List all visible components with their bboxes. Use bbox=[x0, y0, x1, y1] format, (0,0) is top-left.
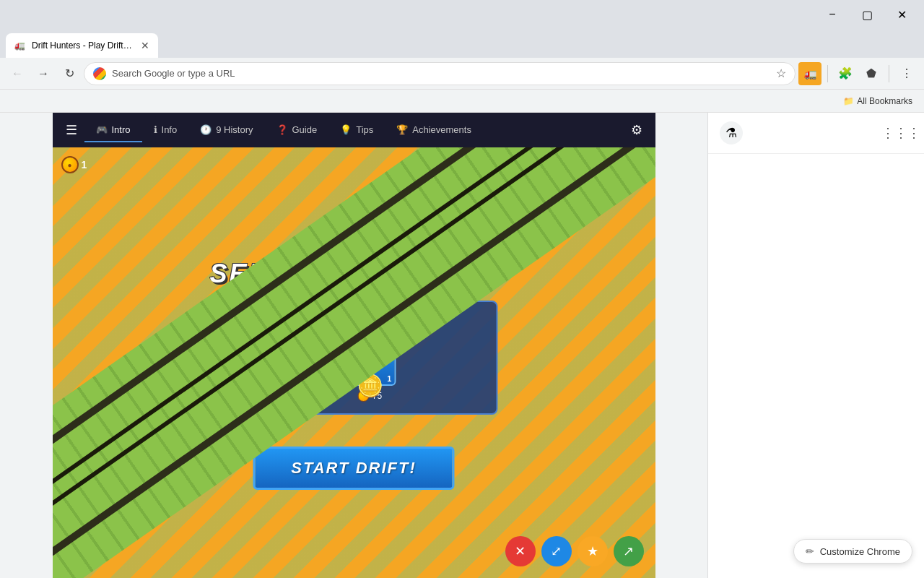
toolbar-divider bbox=[827, 65, 828, 82]
right-panel-header: ⚗ ⋮⋮⋮ bbox=[708, 113, 924, 154]
start-drift-button[interactable]: START DRIFT! bbox=[253, 447, 455, 490]
guide-icon: ❓ bbox=[276, 124, 288, 135]
tab-favicon: 🚛 bbox=[14, 40, 26, 51]
tab-bar: 🚛 Drift Hunters - Play Drift… ✕ bbox=[0, 29, 924, 58]
bookmark-icon[interactable]: ☆ bbox=[776, 66, 786, 80]
game-viewport: ● 1 SELECT BOOSTERS DOUBLE SCORE ⭐ 1 bbox=[53, 147, 655, 578]
info-label: Info bbox=[162, 124, 178, 135]
bookmarks-label: All Bookmarks bbox=[857, 96, 912, 106]
customize-chrome-label: Customize Chrome bbox=[820, 546, 900, 557]
tab-title: Drift Hunters - Play Drift… bbox=[32, 40, 132, 51]
achievements-icon: 🏆 bbox=[396, 124, 408, 135]
all-bookmarks[interactable]: 📁 All Bookmarks bbox=[837, 95, 918, 108]
tab-guide[interactable]: ❓ Guide bbox=[265, 118, 329, 142]
history-label: 9 History bbox=[216, 124, 253, 135]
main-content: ☰ 🎮 Intro ℹ Info 🕐 9 History ❓ Guide 💡 T… bbox=[0, 113, 924, 578]
game-container: ☰ 🎮 Intro ℹ Info 🕐 9 History ❓ Guide 💡 T… bbox=[53, 113, 655, 578]
tab-info[interactable]: ℹ Info bbox=[142, 118, 189, 142]
apps-grid-icon[interactable]: ⋮⋮⋮ bbox=[889, 121, 912, 144]
active-tab[interactable]: 🚛 Drift Hunters - Play Drift… ✕ bbox=[6, 33, 158, 58]
game-favicon: 🚛 bbox=[798, 62, 821, 85]
bookmarks-bar: 📁 All Bookmarks bbox=[0, 90, 924, 113]
coin-display: ● 1 bbox=[61, 156, 87, 173]
address-text: Search Google or type a URL bbox=[112, 68, 770, 79]
game-settings-icon[interactable]: ⚙ bbox=[624, 117, 650, 143]
tab-achievements[interactable]: 🏆 Achievements bbox=[385, 118, 483, 142]
menu-icon[interactable]: ⋮ bbox=[895, 62, 918, 85]
game-actions: ✕ ⤢ ★ ↗ bbox=[505, 536, 644, 566]
coin-icon: ● bbox=[61, 156, 79, 173]
labs-icon[interactable]: ⚗ bbox=[720, 121, 743, 144]
share-action-button[interactable]: ↗ bbox=[614, 536, 644, 566]
tips-icon: 💡 bbox=[340, 124, 352, 135]
expand-action-button[interactable]: ⤢ bbox=[541, 536, 572, 566]
history-icon: 🕐 bbox=[200, 124, 212, 135]
edit-icon: ✏ bbox=[806, 545, 814, 557]
google-logo bbox=[93, 67, 106, 80]
game-nav: ☰ 🎮 Intro ℹ Info 🕐 9 History ❓ Guide 💡 T… bbox=[53, 113, 655, 147]
intro-label: Intro bbox=[112, 124, 131, 135]
extensions-icon[interactable]: 🧩 bbox=[834, 62, 857, 85]
cast-icon[interactable]: ⬟ bbox=[860, 62, 883, 85]
toolbar: ← → ↻ Search Google or type a URL ☆ 🚛 🧩 … bbox=[0, 58, 924, 90]
close-button[interactable]: ✕ bbox=[885, 3, 918, 26]
close-action-button[interactable]: ✕ bbox=[505, 536, 536, 566]
minimize-button[interactable]: − bbox=[816, 3, 849, 26]
tab-history[interactable]: 🕐 9 History bbox=[188, 118, 264, 142]
right-panel: ⚗ ⋮⋮⋮ bbox=[707, 113, 924, 578]
titlebar: − ▢ ✕ bbox=[0, 0, 924, 29]
maximize-button[interactable]: ▢ bbox=[850, 3, 884, 26]
tab-intro[interactable]: 🎮 Intro bbox=[84, 118, 142, 142]
forward-button[interactable]: → bbox=[32, 62, 55, 85]
achievements-label: Achievements bbox=[412, 124, 471, 135]
customize-chrome-button[interactable]: ✏ Customize Chrome bbox=[793, 539, 912, 564]
favorite-action-button[interactable]: ★ bbox=[578, 536, 608, 566]
game-nav-hamburger[interactable]: ☰ bbox=[58, 117, 84, 143]
game-canvas: ● 1 SELECT BOOSTERS DOUBLE SCORE ⭐ 1 bbox=[53, 147, 655, 578]
booster-coin-rush-count: 1 bbox=[387, 374, 391, 383]
guide-label: Guide bbox=[292, 124, 318, 135]
toolbar-divider-2 bbox=[889, 65, 889, 82]
intro-icon: 🎮 bbox=[96, 124, 108, 135]
back-button[interactable]: ← bbox=[6, 62, 29, 85]
tips-label: Tips bbox=[356, 124, 373, 135]
address-bar[interactable]: Search Google or type a URL ☆ bbox=[84, 62, 796, 85]
tab-tips[interactable]: 💡 Tips bbox=[328, 118, 385, 142]
info-icon: ℹ bbox=[154, 124, 157, 135]
tab-close-button[interactable]: ✕ bbox=[141, 40, 149, 51]
refresh-button[interactable]: ↻ bbox=[58, 62, 81, 85]
coin-count: 1 bbox=[82, 159, 87, 171]
bookmarks-folder-icon: 📁 bbox=[843, 96, 854, 106]
